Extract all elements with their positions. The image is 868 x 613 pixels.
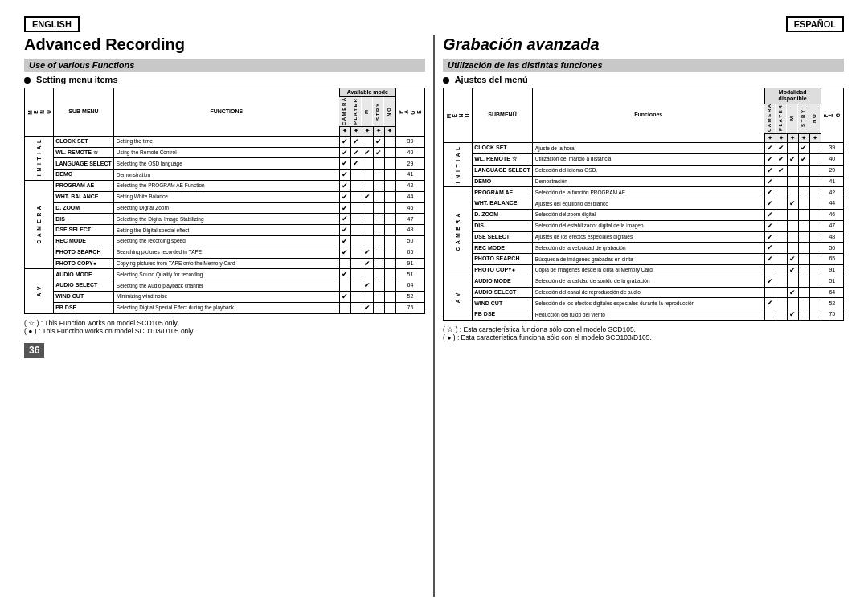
check-cell-n: [384, 280, 395, 292]
check-cell-p: [776, 276, 787, 287]
function-cell: Setting the time: [113, 136, 339, 147]
check-cell-c: ✔: [764, 220, 776, 231]
col-n-en: N O: [384, 97, 395, 127]
function-cell: Ajustes del equilibrio del blanco: [532, 198, 764, 210]
col-s-en: S T B Y: [373, 97, 384, 127]
page-cell: 41: [395, 170, 424, 181]
submenu-cell: DIS: [54, 214, 114, 225]
check-cell-s: [373, 291, 384, 302]
function-cell: Selección de los efectos digitales espec…: [532, 298, 764, 309]
check-cell-s: [798, 298, 809, 309]
category-cell: C A M E R A: [25, 180, 54, 268]
function-cell: Selecting Digital Special Effect during …: [113, 302, 339, 313]
function-cell: Searching pictures recorded in TAPE: [113, 247, 339, 258]
submenu-cell: DEMO: [54, 170, 114, 181]
check-cell-s: [373, 302, 384, 313]
check-cell-p: [776, 198, 787, 210]
check-cell-n: [809, 220, 821, 231]
page-cell: 75: [821, 309, 843, 321]
function-cell: Demostración: [532, 176, 764, 187]
check-cell-p: [776, 209, 787, 220]
title-english: Advanced Recording: [24, 35, 425, 54]
check-cell-m: [362, 170, 373, 181]
check-cell-m: [362, 291, 373, 302]
submenu-cell: WL. REMOTE ☆: [54, 147, 114, 158]
check-cell-p: ✔: [776, 153, 787, 165]
page: ENGLISH ESPAÑOL Advanced Recording Use o…: [0, 0, 868, 613]
check-cell-m: [362, 225, 373, 236]
category-cell: I N I T I A L: [444, 143, 473, 187]
page-cell: 47: [395, 214, 424, 225]
function-cell: Selecting the recording speed: [113, 235, 339, 247]
page-cell: 47: [821, 220, 843, 231]
function-cell: Selección del zoom digital: [532, 209, 764, 220]
function-cell: Selecting Digital Zoom: [113, 202, 339, 214]
check-cell-s: [373, 191, 384, 202]
check-cell-c: ✔: [764, 187, 776, 198]
check-cell-m: ✔: [787, 153, 798, 165]
submenu-cell: PHOTO COPY●: [473, 264, 533, 276]
check-cell-c: ✔: [339, 269, 350, 280]
check-cell-s: [373, 225, 384, 236]
check-cell-n: [384, 147, 395, 158]
lang-espanol: ESPAÑOL: [786, 16, 844, 32]
function-cell: Selecting the PROGRAM AE Function: [113, 180, 339, 191]
check-cell-m: [787, 243, 798, 254]
bullet-spanish: Ajustes del menú: [443, 75, 844, 84]
avail-mode-header-en: Available mode: [339, 88, 395, 97]
check-cell-n: [384, 191, 395, 202]
function-cell: Ajuste de la hora: [532, 143, 764, 154]
check-cell-s: [798, 309, 809, 321]
check-cell-c: [339, 280, 350, 292]
col-page-en: PAGE: [395, 88, 424, 137]
check-cell-m: [362, 214, 373, 225]
check-cell-p: [350, 258, 362, 269]
check-cell-m: [362, 136, 373, 147]
check-cell-n: [384, 291, 395, 302]
col-m-es: M: [787, 104, 798, 133]
check-cell-c: [764, 309, 776, 321]
check-cell-p: [776, 254, 787, 265]
submenu-cell: DSE SELECT: [54, 225, 114, 236]
check-cell-m: ✔: [362, 302, 373, 313]
function-cell: Using the Remote Control: [113, 147, 339, 158]
check-cell-n: [809, 243, 821, 254]
check-cell-n: [384, 247, 395, 258]
check-cell-n: [384, 235, 395, 247]
submenu-cell: WHT. BALANCE: [473, 198, 533, 210]
submenu-cell: D. ZOOM: [473, 209, 533, 220]
menu-table-es: MENU SUBMENÚ Funciones Modalidad disponi…: [443, 88, 844, 321]
check-cell-c: ✔: [339, 158, 350, 170]
check-cell-c: [339, 302, 350, 313]
check-cell-p: [350, 202, 362, 214]
column-english: Advanced Recording Use of various Functi…: [24, 35, 433, 597]
function-cell: Reducción del ruido del viento: [532, 309, 764, 321]
check-cell-c: ✔: [339, 170, 350, 181]
check-cell-c: ✔: [339, 247, 350, 258]
check-cell-c: ✔: [339, 180, 350, 191]
check-cell-m: ✔: [787, 309, 798, 321]
check-cell-c: ✔: [764, 198, 776, 210]
check-cell-m: ✔: [787, 254, 798, 265]
check-cell-n: [384, 136, 395, 147]
check-cell-c: ✔: [764, 231, 776, 243]
check-cell-n: [809, 298, 821, 309]
col-functions-en: FUNCTIONS: [113, 88, 339, 137]
check-cell-s: [798, 287, 809, 298]
check-cell-p: [350, 280, 362, 292]
submenu-cell: PHOTO SEARCH: [473, 254, 533, 265]
check-cell-n: [809, 198, 821, 210]
menu-table-en: MENU SUB MENU FUNCTIONS Available mode P…: [24, 88, 425, 314]
page-cell: 46: [395, 202, 424, 214]
submenu-cell: WL. REMOTE ☆: [473, 153, 533, 165]
check-cell-c: ✔: [764, 165, 776, 176]
submenu-cell: CLOCK SET: [473, 143, 533, 154]
check-cell-m: [787, 187, 798, 198]
check-cell-p: [350, 247, 362, 258]
subheading-english: Use of various Functions: [24, 59, 425, 72]
check-cell-n: [809, 176, 821, 187]
top-labels: ENGLISH ESPAÑOL: [24, 16, 844, 32]
footnote-es-1: ( ☆ ) : Esta característica funciona sól…: [443, 325, 844, 333]
check-cell-c: ✔: [339, 214, 350, 225]
check-cell-m: [362, 202, 373, 214]
